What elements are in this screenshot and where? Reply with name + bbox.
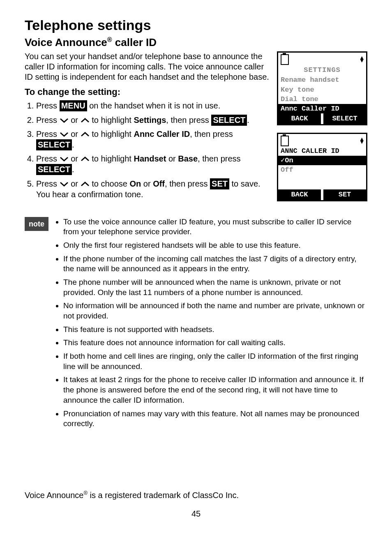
lcd-title: ANNC CALLER ID [278, 146, 366, 156]
note-item: To use the voice announce caller ID feat… [63, 217, 367, 237]
lcd-title: SETTINGS [278, 65, 366, 75]
to-change-heading: To change the setting: [25, 86, 270, 98]
select-button-label: SELECT [36, 139, 72, 150]
chevron-up-icon [81, 118, 90, 123]
lcd-softkey-back: BACK [278, 189, 321, 200]
step-text: on the handset when it is not in use. [87, 101, 221, 110]
note-item: This feature does not announce informati… [63, 338, 367, 348]
highlight-target: Annc Caller ID [134, 129, 190, 138]
select-button-label: SELECT [211, 115, 247, 126]
page-number: 45 [25, 509, 367, 519]
step-text: to highlight [90, 115, 134, 125]
step-text: or [69, 129, 81, 138]
step-text: , then press [198, 154, 241, 163]
step-text: . [72, 165, 74, 174]
step-text: , then press [166, 115, 211, 125]
highlight-target: Settings [134, 115, 166, 125]
note-item: If the phone number of the incoming call… [63, 254, 367, 274]
trademark-notice: Voice Announce® is a registered trademar… [25, 490, 367, 501]
step-text: Press [36, 115, 60, 125]
trademark-text: Voice Announce [25, 491, 83, 500]
highlight-target: On [129, 179, 141, 188]
notes-list: To use the voice announce caller ID feat… [53, 217, 367, 432]
step-3: Press or to highlight Annc Caller ID, th… [36, 129, 270, 150]
step-2: Press or to highlight Settings, then pre… [36, 115, 270, 126]
steps-list: Press MENU on the handset when it is not… [25, 100, 270, 200]
page-title: Telephone settings [25, 16, 367, 34]
lcd-option: Off [278, 165, 366, 175]
step-text: to highlight [90, 129, 134, 138]
subheading-text-pre: Voice Announce [25, 36, 107, 48]
scroll-indicator-icon: ▲▼ [360, 138, 364, 144]
chevron-down-icon [60, 157, 69, 161]
step-text: Press [36, 101, 60, 110]
select-button-label: SELECT [36, 164, 72, 175]
chevron-down-icon [60, 118, 69, 123]
note-item: Pronunciation of names may vary with thi… [63, 409, 367, 429]
step-text: Press [36, 129, 60, 138]
highlight-target: Handset [134, 154, 166, 163]
lcd-screen-settings: ▲▼ SETTINGS Rename handset Key tone Dial… [277, 51, 367, 125]
lcd-option-selected: ✓On [278, 156, 366, 165]
note-badge: note [25, 217, 48, 231]
chevron-up-icon [81, 132, 90, 137]
subheading-text-post: caller ID [112, 36, 157, 48]
menu-button-label: MENU [60, 100, 87, 111]
step-text: or [69, 154, 81, 163]
lcd-screen-annc: ▲▼ ANNC CALLER ID ✓On Off BACK SET [277, 133, 367, 201]
note-item: Only the first four registered handsets … [63, 240, 367, 251]
step-text: . [72, 140, 74, 149]
lcd-menu-item: Rename handset [278, 75, 366, 85]
lcd-menu-item-selected: Annc Caller ID [278, 104, 366, 113]
step-text: or [141, 179, 153, 188]
step-text: , then press [190, 129, 233, 138]
battery-icon [281, 136, 289, 146]
section-subtitle: Voice Announce® caller ID [25, 36, 367, 49]
step-text: to highlight [90, 154, 134, 163]
lcd-menu-item: Dial tone [278, 95, 366, 104]
step-text: to choose [90, 179, 130, 188]
step-1: Press MENU on the handset when it is not… [36, 100, 270, 111]
lcd-softkey-back: BACK [278, 113, 321, 124]
step-text: or [69, 179, 81, 188]
highlight-target: Base [178, 154, 198, 163]
step-text: or [69, 115, 81, 125]
step-text: or [166, 154, 178, 163]
note-item: It takes at least 2 rings for the phone … [63, 375, 367, 405]
chevron-up-icon [81, 157, 90, 161]
step-text: Press [36, 179, 60, 188]
step-text: , then press [165, 179, 210, 188]
step-text: Press [36, 154, 60, 163]
step-text: . [247, 115, 249, 125]
note-item: No information will be announced if both… [63, 301, 367, 321]
battery-icon [281, 54, 289, 65]
step-4: Press or to highlight Handset or Base, t… [36, 154, 270, 175]
chevron-up-icon [81, 182, 90, 187]
scroll-indicator-icon: ▲▼ [360, 57, 364, 62]
intro-paragraph: You can set your handset and/or telephon… [25, 51, 270, 82]
note-item: The phone number will be announced when … [63, 277, 367, 298]
highlight-target: Off [153, 179, 165, 188]
registered-mark: ® [107, 36, 112, 43]
note-item: If both home and cell lines are ringing,… [63, 351, 367, 371]
lcd-softkey-set: SET [323, 189, 366, 200]
lcd-softkey-select: SELECT [323, 113, 366, 124]
set-button-label: SET [210, 178, 229, 189]
step-5: Press or to choose On or Off, then press… [36, 178, 270, 200]
registered-mark: ® [83, 490, 88, 496]
chevron-down-icon [60, 182, 69, 187]
note-item: This feature is not supported with heads… [63, 325, 367, 335]
trademark-text: is a registered trademark of ClassCo Inc… [88, 491, 239, 500]
chevron-down-icon [60, 132, 69, 137]
lcd-menu-item: Key tone [278, 85, 366, 95]
